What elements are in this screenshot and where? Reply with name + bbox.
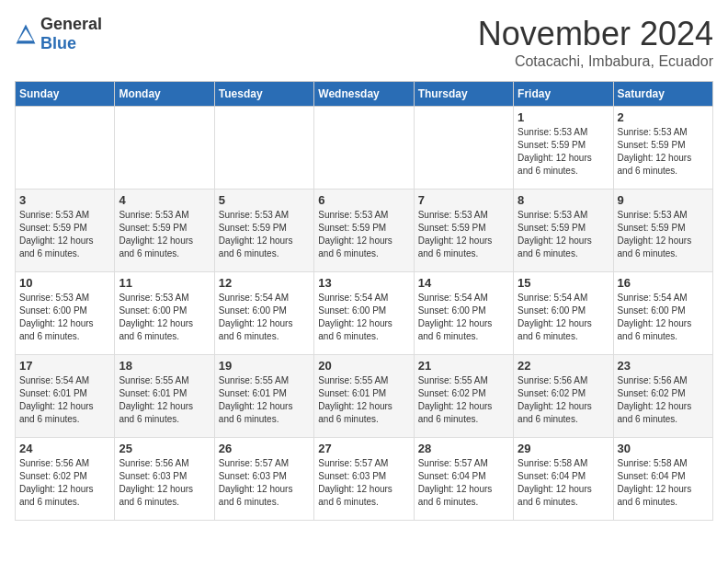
day-info: Sunrise: 5:55 AM Sunset: 6:01 PM Dayligh…	[119, 374, 210, 426]
day-info: Sunrise: 5:53 AM Sunset: 5:59 PM Dayligh…	[119, 209, 210, 260]
weekday-header: Saturday	[613, 82, 712, 107]
calendar-week-row: 1Sunrise: 5:53 AM Sunset: 5:59 PM Daylig…	[16, 107, 713, 190]
calendar-cell: 3Sunrise: 5:53 AM Sunset: 5:59 PM Daylig…	[16, 190, 115, 272]
day-info: Sunrise: 5:53 AM Sunset: 5:59 PM Dayligh…	[219, 209, 310, 260]
day-info: Sunrise: 5:56 AM Sunset: 6:03 PM Dayligh…	[119, 457, 210, 509]
day-number: 27	[318, 442, 409, 455]
calendar-cell: 5Sunrise: 5:53 AM Sunset: 5:59 PM Daylig…	[214, 190, 313, 272]
day-info: Sunrise: 5:56 AM Sunset: 6:02 PM Dayligh…	[618, 374, 709, 426]
day-info: Sunrise: 5:54 AM Sunset: 6:01 PM Dayligh…	[19, 374, 110, 426]
weekday-header: Sunday	[16, 82, 115, 107]
logo-text-blue: Blue	[40, 34, 76, 52]
calendar-cell: 10Sunrise: 5:53 AM Sunset: 6:00 PM Dayli…	[16, 272, 115, 355]
day-info: Sunrise: 5:54 AM Sunset: 6:00 PM Dayligh…	[318, 292, 409, 343]
calendar-cell: 18Sunrise: 5:55 AM Sunset: 6:01 PM Dayli…	[115, 355, 214, 438]
day-number: 4	[119, 193, 210, 207]
calendar-cell: 20Sunrise: 5:55 AM Sunset: 6:01 PM Dayli…	[314, 355, 414, 438]
calendar-week-row: 17Sunrise: 5:54 AM Sunset: 6:01 PM Dayli…	[16, 355, 713, 438]
day-info: Sunrise: 5:55 AM Sunset: 6:01 PM Dayligh…	[219, 374, 310, 426]
weekday-header: Monday	[115, 82, 214, 107]
location-title: Cotacachi, Imbabura, Ecuador	[478, 53, 713, 70]
calendar-cell: 21Sunrise: 5:55 AM Sunset: 6:02 PM Dayli…	[414, 355, 513, 438]
calendar-cell: 30Sunrise: 5:58 AM Sunset: 6:04 PM Dayli…	[613, 438, 712, 521]
calendar-cell: 12Sunrise: 5:54 AM Sunset: 6:00 PM Dayli…	[214, 272, 313, 355]
day-number: 30	[618, 442, 709, 455]
calendar-cell: 19Sunrise: 5:55 AM Sunset: 6:01 PM Dayli…	[214, 355, 313, 438]
day-number: 7	[418, 193, 509, 207]
day-number: 26	[219, 442, 310, 455]
day-info: Sunrise: 5:58 AM Sunset: 6:04 PM Dayligh…	[518, 457, 609, 509]
calendar-cell	[214, 107, 313, 190]
day-number: 21	[418, 359, 509, 373]
day-info: Sunrise: 5:55 AM Sunset: 6:01 PM Dayligh…	[318, 374, 409, 426]
day-info: Sunrise: 5:54 AM Sunset: 6:00 PM Dayligh…	[418, 292, 509, 343]
calendar-cell: 27Sunrise: 5:57 AM Sunset: 6:03 PM Dayli…	[314, 438, 414, 521]
logo-icon	[15, 23, 37, 45]
header: General Blue November 2024 Cotacachi, Im…	[15, 15, 713, 70]
day-info: Sunrise: 5:53 AM Sunset: 5:59 PM Dayligh…	[318, 209, 409, 260]
calendar-cell	[314, 107, 414, 190]
day-number: 3	[19, 193, 110, 207]
day-number: 2	[618, 110, 709, 124]
calendar-cell: 29Sunrise: 5:58 AM Sunset: 6:04 PM Dayli…	[514, 438, 613, 521]
day-info: Sunrise: 5:53 AM Sunset: 5:59 PM Dayligh…	[618, 126, 709, 178]
day-number: 24	[19, 442, 110, 455]
calendar-table: SundayMondayTuesdayWednesdayThursdayFrid…	[15, 81, 713, 521]
calendar-cell: 15Sunrise: 5:54 AM Sunset: 6:00 PM Dayli…	[514, 272, 613, 355]
day-number: 18	[119, 359, 210, 373]
calendar-cell: 17Sunrise: 5:54 AM Sunset: 6:01 PM Dayli…	[16, 355, 115, 438]
calendar-week-row: 24Sunrise: 5:56 AM Sunset: 6:02 PM Dayli…	[16, 438, 713, 521]
calendar-cell: 4Sunrise: 5:53 AM Sunset: 5:59 PM Daylig…	[115, 190, 214, 272]
title-area: November 2024 Cotacachi, Imbabura, Ecuad…	[478, 15, 713, 70]
calendar-cell	[414, 107, 513, 190]
logo: General Blue	[15, 15, 102, 53]
calendar-cell: 25Sunrise: 5:56 AM Sunset: 6:03 PM Dayli…	[115, 438, 214, 521]
calendar-cell: 23Sunrise: 5:56 AM Sunset: 6:02 PM Dayli…	[613, 355, 712, 438]
day-info: Sunrise: 5:57 AM Sunset: 6:03 PM Dayligh…	[219, 457, 310, 509]
weekday-header: Tuesday	[214, 82, 313, 107]
calendar-cell: 6Sunrise: 5:53 AM Sunset: 5:59 PM Daylig…	[314, 190, 414, 272]
day-number: 22	[518, 359, 609, 373]
calendar-cell: 7Sunrise: 5:53 AM Sunset: 5:59 PM Daylig…	[414, 190, 513, 272]
calendar-week-row: 3Sunrise: 5:53 AM Sunset: 5:59 PM Daylig…	[16, 190, 713, 272]
day-info: Sunrise: 5:53 AM Sunset: 5:59 PM Dayligh…	[618, 209, 709, 260]
day-info: Sunrise: 5:54 AM Sunset: 6:00 PM Dayligh…	[618, 292, 709, 343]
calendar-cell: 14Sunrise: 5:54 AM Sunset: 6:00 PM Dayli…	[414, 272, 513, 355]
day-number: 5	[219, 193, 310, 207]
day-info: Sunrise: 5:53 AM Sunset: 5:59 PM Dayligh…	[518, 126, 609, 178]
day-number: 10	[19, 276, 110, 290]
day-number: 17	[19, 359, 110, 373]
day-info: Sunrise: 5:56 AM Sunset: 6:02 PM Dayligh…	[518, 374, 609, 426]
calendar-cell: 24Sunrise: 5:56 AM Sunset: 6:02 PM Dayli…	[16, 438, 115, 521]
day-info: Sunrise: 5:53 AM Sunset: 5:59 PM Dayligh…	[418, 209, 509, 260]
day-info: Sunrise: 5:53 AM Sunset: 6:00 PM Dayligh…	[119, 292, 210, 343]
calendar-cell: 22Sunrise: 5:56 AM Sunset: 6:02 PM Dayli…	[514, 355, 613, 438]
calendar-cell: 26Sunrise: 5:57 AM Sunset: 6:03 PM Dayli…	[214, 438, 313, 521]
day-number: 13	[318, 276, 409, 290]
calendar-cell: 28Sunrise: 5:57 AM Sunset: 6:04 PM Dayli…	[414, 438, 513, 521]
calendar-cell: 2Sunrise: 5:53 AM Sunset: 5:59 PM Daylig…	[613, 107, 712, 190]
day-info: Sunrise: 5:53 AM Sunset: 6:00 PM Dayligh…	[19, 292, 110, 343]
month-title: November 2024	[478, 15, 713, 53]
calendar-cell	[115, 107, 214, 190]
day-info: Sunrise: 5:54 AM Sunset: 6:00 PM Dayligh…	[518, 292, 609, 343]
logo-text-general: General	[40, 15, 102, 33]
weekday-header: Friday	[514, 82, 613, 107]
calendar-cell: 11Sunrise: 5:53 AM Sunset: 6:00 PM Dayli…	[115, 272, 214, 355]
calendar-cell: 9Sunrise: 5:53 AM Sunset: 5:59 PM Daylig…	[613, 190, 712, 272]
day-number: 15	[518, 276, 609, 290]
day-number: 25	[119, 442, 210, 455]
day-number: 12	[219, 276, 310, 290]
day-number: 9	[618, 193, 709, 207]
day-number: 14	[418, 276, 509, 290]
day-number: 1	[518, 110, 609, 124]
day-number: 23	[618, 359, 709, 373]
weekday-header: Thursday	[414, 82, 513, 107]
day-info: Sunrise: 5:53 AM Sunset: 5:59 PM Dayligh…	[518, 209, 609, 260]
day-info: Sunrise: 5:57 AM Sunset: 6:04 PM Dayligh…	[418, 457, 509, 509]
calendar-cell: 1Sunrise: 5:53 AM Sunset: 5:59 PM Daylig…	[514, 107, 613, 190]
day-number: 16	[618, 276, 709, 290]
day-number: 8	[518, 193, 609, 207]
day-info: Sunrise: 5:56 AM Sunset: 6:02 PM Dayligh…	[19, 457, 110, 509]
day-info: Sunrise: 5:57 AM Sunset: 6:03 PM Dayligh…	[318, 457, 409, 509]
